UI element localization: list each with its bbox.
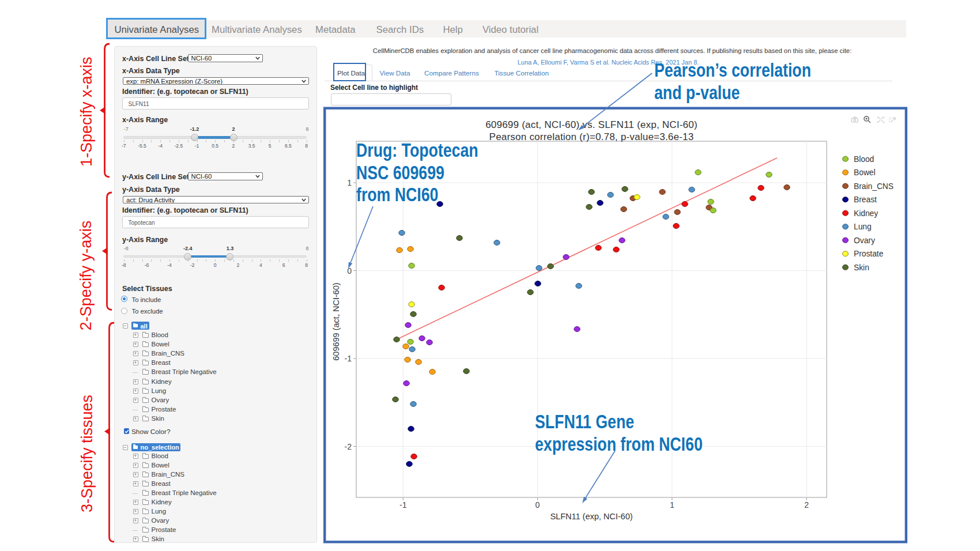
svg-text:SLFN11 (exp, NCI-60): SLFN11 (exp, NCI-60) [550,512,632,521]
svg-text:Kidney: Kidney [854,209,878,218]
svg-text:0: 0 [347,266,352,276]
svg-text:Blood: Blood [854,155,874,164]
svg-text:-1: -1 [345,354,352,363]
svg-text:609699 (act, NCI-60): 609699 (act, NCI-60) [331,282,341,360]
svg-text:Breast: Breast [854,195,877,204]
svg-text:-1: -1 [399,500,407,510]
svg-text:Brain_CNS: Brain_CNS [854,182,894,191]
svg-text:2: 2 [804,500,809,510]
svg-text:Lung: Lung [854,222,872,231]
svg-text:Skin: Skin [854,263,869,272]
svg-text:1: 1 [347,178,352,187]
svg-text:Pearson correlation (r)=0.78,: Pearson correlation (r)=0.78, p-value=3.… [489,131,694,142]
svg-text:0: 0 [536,500,540,510]
svg-text:Bowel: Bowel [854,168,876,177]
svg-text:1: 1 [670,500,674,510]
svg-text:Prostate: Prostate [854,250,884,258]
svg-text:Ovary: Ovary [854,236,875,245]
svg-text:-2: -2 [345,442,352,451]
svg-text:609699 (act, NCI-60) vs. SLFN1: 609699 (act, NCI-60) vs. SLFN11 (exp, NC… [485,119,698,130]
